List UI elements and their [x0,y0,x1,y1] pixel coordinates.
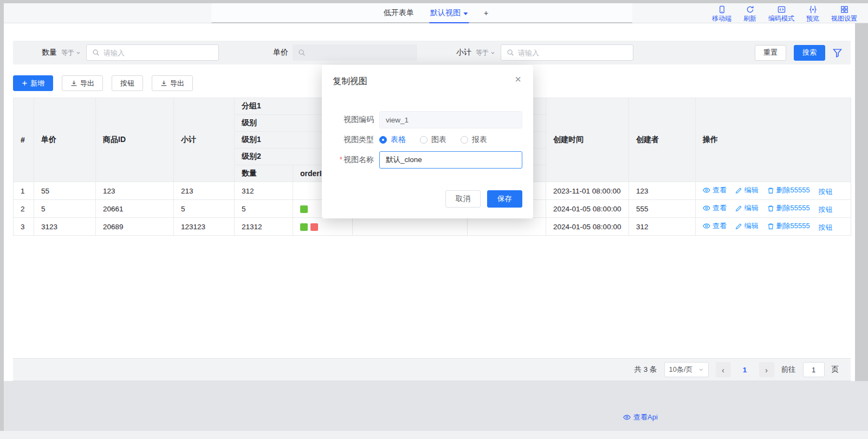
radio-dot-icon [420,136,427,144]
goto-page-input[interactable] [803,362,825,377]
column-header-ops: 操作 [696,98,851,182]
chevron-down-icon [698,367,704,372]
next-page-button[interactable]: › [759,362,774,377]
image-thumbnail-red[interactable] [310,223,318,231]
view-link[interactable]: 查看 [703,221,727,231]
filter-subtotal-input[interactable] [518,49,627,57]
dialog-form: 视图编码 视图类型 表格 图表 报表 *视图名称 [333,111,522,169]
delete-link[interactable]: 删除55555 [767,185,810,195]
column-header-index: # [14,98,34,182]
filter-subtotal: 小计 等于 [456,44,633,61]
dialog-footer: 取消 保存 [333,190,522,208]
view-name-input[interactable] [379,151,522,169]
chevron-down-icon [76,50,81,55]
edit-link[interactable]: 编辑 [735,221,759,231]
view-code-label: 视图编码 [333,115,374,125]
cell-created-at: 2024-01-05 08:00:00 [546,200,629,218]
page-size-select[interactable]: 10条/页 [664,362,709,377]
mobile-button[interactable]: 移动端 [712,5,731,22]
row-button-link[interactable]: 按钮 [819,187,833,197]
filter-funnel-icon[interactable] [833,48,842,57]
column-header-subtotal: 小计 [174,98,235,182]
filter-subtotal-op-dropdown[interactable]: 等于 [476,48,495,57]
table-row[interactable]: 3 3123 20689 123123 21312 2024-01-05 08:… [14,218,851,236]
filter-quantity-input[interactable] [103,49,213,57]
radio-dot-icon [461,136,468,144]
edit-link[interactable]: 编辑 [735,185,759,195]
radio-table[interactable]: 表格 [379,135,406,145]
radio-dot-icon [379,136,387,144]
view-link[interactable]: 查看 [703,185,727,195]
cell-subtotal: 213 [174,182,235,200]
filter-quantity-op-dropdown[interactable]: 等于 [61,48,81,57]
cell-quantity: 312 [235,182,293,200]
cell-price: 3123 [34,218,96,236]
trash-icon [767,223,774,230]
cell-product-id: 20661 [96,200,174,218]
radio-chart[interactable]: 图表 [420,135,446,145]
row-button-link[interactable]: 按钮 [819,205,833,215]
current-page[interactable]: 1 [738,362,752,377]
filter-quantity: 数量 等于 [42,44,219,61]
export-button-2[interactable]: 导出 [152,75,193,91]
search-icon [92,49,100,56]
table-empty-area [4,236,855,358]
radio-report[interactable]: 报表 [461,135,487,145]
refresh-button[interactable]: 刷新 [743,5,756,22]
edit-link[interactable]: 编辑 [735,203,759,213]
search-icon [507,49,514,56]
top-tabbar: 低开表单 默认视图 + 移动端 刷新 编码模式 预览 视图设置 [4,3,868,23]
column-header-created-at: 创建时间 [546,98,629,182]
close-icon[interactable]: × [515,74,521,85]
preview-button[interactable]: 预览 [806,5,819,22]
cell-price: 55 [34,182,96,200]
filter-price-input-wrap [293,44,417,61]
cell-created-at: 2023-11-01 08:00:00 [546,182,629,200]
delete-link[interactable]: 删除55555 [767,203,810,213]
view-type-radio-group: 表格 图表 报表 [379,135,501,145]
download-icon [70,80,77,87]
export-button-1[interactable]: 导出 [62,75,103,91]
view-type-row: 视图类型 表格 图表 报表 [333,135,522,145]
cell-created-at: 2024-01-05 08:00:00 [546,218,629,236]
trash-icon [767,205,774,212]
cell-creator: 555 [629,200,696,218]
row-button-link[interactable]: 按钮 [819,223,833,233]
pencil-icon [735,205,742,212]
mobile-icon [718,5,726,14]
refresh-icon [746,5,754,14]
tab-form[interactable]: 低开表单 [384,3,414,23]
cancel-button[interactable]: 取消 [445,190,481,208]
reset-button[interactable]: 重置 [755,45,786,61]
delete-link[interactable]: 删除55555 [767,221,810,231]
code-mode-button[interactable]: 编码模式 [768,5,794,22]
image-thumbnail-green[interactable] [300,223,308,231]
caret-down-icon [463,12,468,15]
custom-button[interactable]: 按钮 [112,75,143,91]
eye-icon [703,222,710,230]
tab-add[interactable]: + [484,3,488,23]
filter-price-input[interactable] [309,49,412,57]
required-asterisk: * [340,155,342,164]
view-code-input[interactable] [379,111,522,128]
preview-icon [809,5,817,14]
search-button[interactable]: 搜索 [794,45,825,61]
view-name-label: *视图名称 [333,155,374,165]
add-button[interactable]: 新增 [13,75,53,91]
column-header-quantity: 数量 [235,165,293,182]
cell-ops: 查看 编辑 删除55555 按钮 [696,182,851,200]
view-link[interactable]: 查看 [703,203,727,213]
tab-default-view[interactable]: 默认视图 [430,3,468,23]
tabbar-actions: 移动端 刷新 编码模式 预览 视图设置 [712,5,857,22]
trash-icon [767,187,774,194]
image-thumbnail-green[interactable] [300,205,308,213]
cell-product-id: 20689 [96,218,174,236]
cell-index: 3 [14,218,34,236]
cell-index: 1 [14,182,34,200]
view-settings-button[interactable]: 视图设置 [831,5,857,22]
view-type-label: 视图类型 [333,135,374,145]
prev-page-button[interactable]: ‹ [716,362,731,377]
save-button[interactable]: 保存 [487,190,522,208]
view-api-link[interactable]: 查看Api [623,412,658,422]
search-icon [298,49,306,56]
